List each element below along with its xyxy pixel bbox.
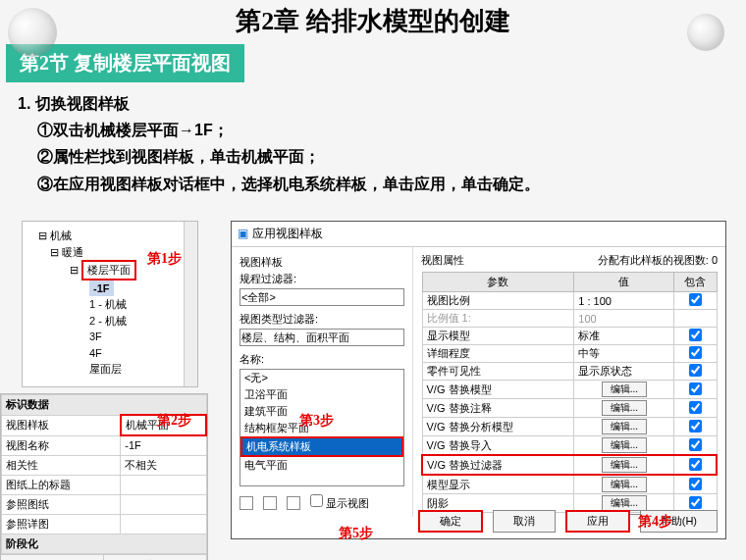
param-cell: 显示模型 [422, 328, 574, 345]
include-checkbox[interactable] [674, 418, 717, 436]
properties-apply-button[interactable]: 应用 [104, 555, 207, 561]
prop-val [121, 514, 206, 534]
param-cell: 模型显示 [422, 475, 574, 494]
chapter-title: 第2章 给排水模型的创建 [0, 0, 746, 38]
param-cell: 比例值 1: [422, 310, 574, 328]
value-cell[interactable]: 编辑... [574, 436, 674, 456]
value-cell[interactable]: 编辑... [574, 381, 674, 399]
value-cell[interactable]: 显示原状态 [574, 363, 674, 381]
include-checkbox[interactable] [674, 363, 717, 381]
list-item-selected[interactable]: 机电系统样板 [240, 436, 403, 457]
include-checkbox[interactable] [674, 381, 717, 399]
param-cell: 零件可见性 [422, 363, 574, 381]
value-cell[interactable]: 中等 [574, 345, 674, 363]
prop-group-header: 阶段化 [2, 534, 207, 553]
prop-key: 视图样板 [2, 415, 121, 435]
step-label-4: 第4步 [638, 513, 672, 531]
cancel-button[interactable]: 取消 [493, 510, 556, 533]
include-checkbox[interactable] [674, 436, 717, 456]
step-text-3: ③在应用视图样板对话框中，选择机电系统样板，单击应用，单击确定。 [37, 171, 728, 197]
project-browser-tree[interactable]: ⊟ 机械 ⊟ 暖通 ⊟ 楼层平面 -1F 1 - 机械 2 - 机械 3F 4F… [22, 221, 198, 387]
step-label-1: 第1步 [147, 250, 182, 268]
edit-button[interactable]: 编辑... [602, 419, 647, 434]
col-value: 值 [574, 273, 674, 292]
include-checkbox[interactable] [674, 292, 717, 310]
edit-button[interactable]: 编辑... [602, 382, 647, 397]
edit-button[interactable]: 编辑... [602, 400, 647, 416]
heading-1: 1. 切换视图样板 [18, 90, 728, 117]
prop-key: 相关性 [2, 455, 121, 475]
param-cell: V/G 替换过滤器 [422, 455, 574, 475]
prop-key: 视图名称 [2, 435, 121, 455]
tree-item[interactable]: -1F [27, 280, 193, 297]
discipline-filter-select[interactable]: <全部> [240, 288, 404, 306]
value-cell[interactable]: 编辑... [574, 418, 674, 436]
prop-key: 参照详图 [2, 514, 121, 534]
step-label-3: 第3步 [299, 412, 334, 430]
rename-icon[interactable] [287, 496, 300, 510]
apply-button[interactable]: 应用 [565, 510, 630, 533]
decorative-bubble [687, 14, 724, 51]
step-label-5: 第5步 [339, 525, 373, 542]
value-cell[interactable]: 标准 [574, 328, 674, 345]
assigned-count: 分配有此样板的视图数: 0 [598, 253, 718, 268]
type-filter-label: 视图类型过滤器: [240, 312, 404, 327]
tree-item[interactable]: 3F [27, 329, 193, 345]
tree-item[interactable]: 1 - 机械 [27, 296, 193, 313]
value-cell[interactable]: 编辑... [574, 455, 674, 475]
list-item[interactable]: 电气平面 [240, 457, 403, 474]
scrollbar[interactable] [184, 222, 197, 386]
param-cell: V/G 替换模型 [422, 381, 574, 399]
prop-val[interactable]: -1F [121, 435, 206, 455]
step-text-2: ②属性栏找到视图样板，单击机械平面； [37, 143, 728, 170]
filter-label: 规程过滤器: [240, 272, 404, 286]
param-cell: 视图比例 [422, 292, 574, 310]
param-cell: V/G 替换导入 [422, 436, 574, 456]
group-label: 视图属性 [421, 253, 464, 268]
include-checkbox[interactable] [674, 399, 717, 418]
prop-val[interactable] [121, 475, 206, 494]
tree-item[interactable]: 4F [27, 345, 193, 362]
include-checkbox[interactable] [674, 328, 717, 345]
new-icon[interactable] [240, 496, 253, 510]
col-param: 参数 [422, 273, 574, 292]
prop-key: 参照图纸 [2, 494, 121, 514]
group-label: 视图样板 [240, 255, 404, 270]
edit-button[interactable]: 编辑... [602, 457, 647, 473]
prop-key: 图纸上的标题 [2, 475, 121, 494]
step-label-2: 第2步 [157, 412, 191, 430]
param-cell: V/G 替换分析模型 [422, 418, 574, 436]
list-item[interactable]: <无> [240, 370, 403, 386]
list-item[interactable]: 卫浴平面 [240, 386, 403, 403]
value-cell[interactable]: 1 : 100 [574, 292, 674, 310]
value-cell[interactable]: 编辑... [574, 399, 674, 418]
step-text-1: ①双击机械楼层平面→1F； [37, 117, 728, 143]
tree-item[interactable]: 屋面层 [27, 361, 193, 378]
include-checkbox[interactable] [674, 475, 717, 494]
value-cell[interactable]: 编辑... [574, 475, 674, 494]
prop-val: 不相关 [121, 455, 206, 475]
show-view-checkbox[interactable]: 显示视图 [310, 494, 369, 511]
tree-item[interactable]: 2 - 机械 [27, 313, 193, 330]
apply-view-template-dialog: 应用视图样板 视图样板 规程过滤器: <全部> 视图类型过滤器: 楼层、结构、面… [231, 221, 726, 539]
prop-val [121, 494, 206, 514]
edit-button[interactable]: 编辑... [602, 437, 647, 453]
view-properties-table: 参数值包含 视图比例1 : 100比例值 1:100显示模型标准详细程度中等零件… [421, 272, 718, 517]
include-checkbox[interactable] [674, 455, 717, 475]
include-checkbox[interactable] [674, 310, 717, 328]
decorative-bubble [8, 8, 57, 57]
ok-button[interactable]: 确定 [418, 510, 483, 533]
duplicate-icon[interactable] [263, 496, 277, 510]
viewtype-filter-select[interactable]: 楼层、结构、面积平面 [240, 329, 404, 346]
value-cell[interactable]: 100 [574, 310, 674, 328]
dialog-title: 应用视图样板 [232, 222, 725, 247]
include-checkbox[interactable] [674, 345, 717, 363]
col-include: 包含 [674, 273, 717, 292]
edit-button[interactable]: 编辑... [602, 477, 647, 492]
tree-node-root[interactable]: ⊟ 机械 [27, 228, 193, 244]
instruction-block: 1. 切换视图样板 ①双击机械楼层平面→1F； ②属性栏找到视图样板，单击机械平… [0, 82, 746, 197]
edit-button[interactable]: 编辑... [602, 495, 647, 511]
name-label: 名称: [240, 352, 404, 367]
param-cell: 详细程度 [422, 345, 574, 363]
properties-help-link[interactable]: 属性帮助 [1, 555, 104, 561]
